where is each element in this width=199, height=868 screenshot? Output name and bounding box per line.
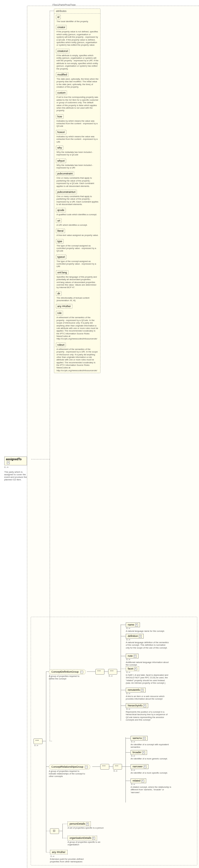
attribute-roleuri: roleuriA refinement of the semantics of … bbox=[54, 341, 100, 373]
element-desc: A link to an item or a web resource whic… bbox=[126, 695, 170, 701]
attribute-creator: creatorIf the property value is not defi… bbox=[54, 24, 100, 48]
element-narrower: narrower+ bbox=[131, 764, 148, 769]
sequence-connector bbox=[113, 764, 122, 770]
attr-desc: The type of the concept assigned as cont… bbox=[56, 260, 98, 268]
attr-name: uri bbox=[56, 218, 62, 223]
root-label: assignedTo − bbox=[4, 457, 27, 465]
expand-icon[interactable]: + bbox=[141, 779, 144, 782]
group-rel-desc: A group of properties required to indica… bbox=[49, 770, 86, 778]
attribute-pubconstraint: pubconstraintOne or many constraints tha… bbox=[54, 170, 100, 189]
attr-desc: Specifies the language of this property … bbox=[56, 276, 98, 289]
attr-desc: If the attribute is empty, specifies whi… bbox=[56, 54, 98, 70]
attribute-type: typeThe type of the concept assigned as … bbox=[54, 238, 100, 253]
attribute-custom: customIf set to true the corresponding p… bbox=[54, 89, 100, 113]
expand-icon[interactable]: + bbox=[143, 704, 146, 707]
sequence-connector bbox=[100, 764, 109, 770]
attr-desc: A refinement of the semantics of the pro… bbox=[56, 316, 98, 340]
root-description: The party which is assigned to cover the… bbox=[4, 471, 28, 481]
element-desc: A set of properties specific to a person bbox=[67, 827, 112, 829]
attr-name: creatoruri bbox=[56, 49, 69, 53]
element-desc: An identifier of a concept with equivale… bbox=[131, 743, 172, 749]
attribute-modified: modifiedThe date (and, optionally, the t… bbox=[54, 71, 100, 90]
attribute-literal: literalA free-text value assigned as pro… bbox=[54, 227, 100, 238]
expand-icon[interactable]: + bbox=[134, 655, 137, 658]
attr-name: type bbox=[56, 239, 64, 244]
element-related: related+ bbox=[131, 778, 146, 783]
attribute-dir: dirThe directionality of textual content… bbox=[54, 290, 100, 303]
choice-connector bbox=[50, 828, 59, 834]
element-hierarchyinfo: hierarchyInfo+ bbox=[126, 703, 148, 708]
element-definition: definition+ bbox=[126, 634, 144, 639]
attribute-xml-lang: xml:langSpecifies the language of this p… bbox=[54, 269, 100, 290]
element-sameas: sameAs+ bbox=[131, 736, 148, 741]
expand-icon[interactable]: + bbox=[92, 837, 95, 840]
attr-desc: Why the metadata has been included - exp… bbox=[56, 151, 98, 156]
attr-name: id bbox=[56, 15, 61, 19]
attribute-id: idThe local identifier of the property. bbox=[54, 13, 100, 24]
attr-name: qcode bbox=[56, 208, 66, 212]
expand-icon[interactable]: + bbox=[86, 823, 89, 826]
attr-desc: One or many constraints that apply to pu… bbox=[56, 177, 98, 187]
collapse-icon[interactable]: − bbox=[7, 461, 10, 464]
attr-desc: If set to true the corresponding propert… bbox=[56, 96, 98, 112]
expand-icon[interactable]: + bbox=[142, 751, 145, 754]
expand-icon[interactable]: + bbox=[135, 624, 138, 626]
collapse-icon[interactable]: − bbox=[80, 671, 83, 674]
element-desc: A natural language name for the concept. bbox=[126, 630, 170, 632]
element-broader: broader+ bbox=[131, 750, 147, 755]
attr-name: xml:lang bbox=[56, 270, 68, 275]
expand-icon[interactable]: + bbox=[144, 765, 146, 768]
attr-desc: A URI which identifies a concept. bbox=[56, 224, 98, 226]
element-note: note+ bbox=[126, 654, 139, 658]
element-name: name+ bbox=[126, 622, 140, 627]
any-other-element: any ##other bbox=[50, 850, 67, 855]
element-organisationdetails: organisationDetails+ bbox=[67, 836, 97, 840]
element-desc: A related concept, where the relationshi… bbox=[131, 786, 172, 794]
attr-name: creator bbox=[56, 25, 67, 30]
attributes-title: attributes bbox=[54, 9, 100, 13]
attribute-whyuri: whyuriWhy the metadata has been included… bbox=[54, 157, 100, 170]
attr-name: why bbox=[56, 146, 63, 150]
element-remoteinfo: remoteInfo+ bbox=[126, 688, 146, 692]
attr-name: any ##other bbox=[56, 304, 73, 309]
attr-desc: One or many constraints that apply to pu… bbox=[56, 195, 98, 206]
seq-occurrence: 0..∞ bbox=[34, 744, 38, 747]
attr-name: typeuri bbox=[56, 255, 66, 259]
any-other-desc: Extension point for provider-defined pro… bbox=[50, 858, 90, 863]
attribute-pubconstrainturi: pubconstrainturiOne or many constraints … bbox=[54, 189, 100, 207]
expand-icon[interactable]: + bbox=[134, 668, 137, 670]
group-rel-label: ConceptRelationshipsGroup bbox=[51, 765, 83, 768]
expand-icon[interactable]: + bbox=[139, 635, 142, 638]
attr-desc: A qualified code which identifies a conc… bbox=[56, 213, 98, 216]
attr-name: custom bbox=[56, 90, 67, 95]
attr-desc: If the property value is not defined, sp… bbox=[56, 30, 98, 46]
attribute-how: howIndicates by which means the value wa… bbox=[54, 113, 100, 129]
attribute-qcode: qcodeA qualified code which identifies a… bbox=[54, 207, 100, 217]
attr-desc: The local identifier of the property. bbox=[56, 20, 98, 23]
attr-desc: Why the metadata has been included - exp… bbox=[56, 164, 98, 169]
root-label-text: assignedTo bbox=[6, 458, 22, 461]
element-desc: A group of properties specific to an org… bbox=[67, 841, 112, 846]
attribute-why: whyWhy the metadata has been included - … bbox=[54, 144, 100, 157]
element-persondetails: personDetails+ bbox=[67, 822, 91, 826]
attr-desc: The date (and, optionally, the time) whe… bbox=[56, 78, 98, 89]
attr-name: role bbox=[56, 311, 63, 315]
attr-desc: Indicates by which means the value was e… bbox=[56, 135, 98, 143]
attr-name: whyuri bbox=[56, 158, 66, 163]
group-def-desc: A group of properties required to define… bbox=[49, 675, 86, 680]
expand-icon[interactable]: + bbox=[143, 737, 146, 740]
root-element: assignedTo − 0..∞ The party which is ass… bbox=[4, 457, 27, 481]
any-other-label: any ##other bbox=[52, 851, 65, 854]
expand-icon[interactable]: + bbox=[141, 689, 144, 692]
attribute-creatoruri: creatoruriIf the attribute is empty, spe… bbox=[54, 48, 100, 71]
collapse-icon[interactable]: − bbox=[85, 766, 88, 769]
element-desc: A natural language definition of the sem… bbox=[126, 641, 170, 649]
attr-name: pubconstraint bbox=[56, 171, 74, 176]
attr-desc: A free-text value assigned as property v… bbox=[56, 234, 98, 237]
attr-desc: The directionality of textual content (e… bbox=[56, 297, 98, 302]
element-desc: Represents the position of a concept in … bbox=[126, 711, 170, 721]
group-concept-relationships: ConceptRelationshipsGroup − bbox=[49, 764, 90, 770]
attribute-role: roleA refinement of the semantics of the… bbox=[54, 310, 100, 341]
attr-name: dir bbox=[56, 291, 62, 296]
attributes-box: attributes idThe local identifier of the… bbox=[54, 8, 101, 373]
